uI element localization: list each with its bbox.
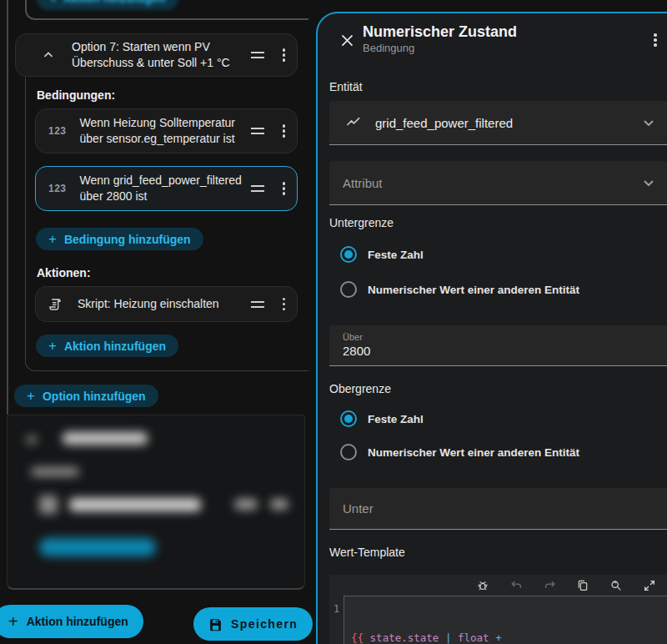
code-line-1: {{ state.state | float + — [351, 631, 664, 644]
radio-unselected-icon[interactable] — [340, 281, 357, 298]
undo-icon[interactable] — [505, 575, 527, 596]
save-floppy-icon — [208, 617, 223, 631]
add-action-button-cut[interactable]: + Aktion hinzufügen — [37, 0, 178, 10]
chevron-up-icon[interactable] — [38, 44, 59, 66]
upper-fixed-number-radio[interactable]: Feste Zahl — [340, 410, 424, 427]
lower-entity-value-radio[interactable]: Numerischer Wert einer anderen Entität — [340, 281, 579, 298]
add-condition-button[interactable]: + Bedingung hinzufügen — [36, 228, 203, 250]
entity-value: grid_feed_power_filtered — [375, 116, 513, 130]
option-7-header-card[interactable]: Option 7: Starten wenn PV Überschuss & u… — [15, 33, 298, 77]
redacted-text-bar — [69, 498, 201, 511]
condition-row-grid-feed-power[interactable]: 123 Wenn grid_feed_power_filtered über 2… — [35, 166, 298, 211]
redacted-chevron — [26, 435, 38, 444]
plus-icon: + — [27, 389, 35, 403]
script-icon — [44, 294, 66, 315]
entity-select[interactable]: grid_feed_power_filtered — [329, 101, 667, 145]
action-text: Skript: Heizung einschalten — [78, 296, 219, 312]
upper-entity-value-radio[interactable]: Numerischer Wert einer anderen Entität — [340, 444, 579, 460]
above-input[interactable]: Über 2800 — [329, 325, 667, 366]
chevron-down-icon — [644, 120, 654, 126]
numeric-state-dialog: Numerischer Zustand Bedingung Entität gr… — [316, 12, 667, 644]
kebab-menu-icon[interactable] — [283, 298, 286, 311]
find-replace-icon[interactable] — [605, 575, 627, 596]
condition-text: Wenn grid_feed_power_filtered über 2800 … — [80, 173, 242, 204]
editor-code[interactable]: {{ state.state | float + states("sensor.… — [344, 596, 667, 644]
redacted-icon — [39, 496, 58, 514]
plus-icon: + — [8, 612, 18, 631]
upper-limit-label: Obergrenze — [329, 382, 391, 395]
numeric-state-icon: 123 — [48, 125, 67, 137]
drag-handle-icon[interactable] — [251, 301, 264, 308]
add-action-button[interactable]: + Aktion hinzufügen — [36, 335, 178, 357]
below-input-placeholder: Unter — [343, 501, 374, 516]
redo-icon[interactable] — [539, 575, 560, 596]
redacted-blue-button — [39, 538, 156, 556]
automation-card-left-border — [7, 0, 8, 415]
editor-toolbar — [329, 575, 667, 596]
dialog-title: Numerischer Zustand — [363, 23, 517, 41]
dialog-kebab-menu-icon[interactable] — [654, 33, 657, 47]
below-input[interactable]: Unter — [329, 488, 667, 530]
copy-icon[interactable] — [572, 575, 594, 596]
editor-body[interactable]: 1 {{ state.state | float + states("senso… — [329, 596, 667, 644]
editor-line-number: 1 — [329, 596, 344, 644]
drag-handle-icon[interactable] — [251, 185, 264, 192]
numeric-state-icon: 123 — [48, 183, 67, 194]
redacted-chip — [234, 499, 258, 510]
plus-icon: + — [50, 0, 57, 5]
drag-handle-icon[interactable] — [251, 128, 264, 134]
above-input-value: 2800 — [343, 344, 667, 358]
attribute-select[interactable]: Attribut — [329, 161, 667, 205]
condition-text: Wenn Heizung Solltemperatur über sensor.… — [80, 115, 236, 147]
attribute-placeholder: Attribut — [343, 176, 383, 190]
radio-selected-icon[interactable] — [340, 246, 357, 263]
bottom-add-action-fab[interactable]: + Aktion hinzufügen — [0, 605, 143, 638]
plus-icon: + — [48, 339, 57, 353]
kebab-menu-icon[interactable] — [283, 48, 286, 62]
expand-icon[interactable] — [639, 575, 660, 596]
action-row-script[interactable]: Skript: Heizung einschalten — [35, 286, 298, 322]
value-template-label: Wert-Template — [329, 546, 405, 559]
radio-unselected-icon[interactable] — [340, 444, 357, 460]
add-action-cut-label: Aktion hinzufügen — [63, 0, 165, 5]
kebab-menu-icon[interactable] — [283, 182, 286, 195]
condition-row-solltemperatur[interactable]: 123 Wenn Heizung Solltemperatur über sen… — [35, 108, 298, 153]
kebab-menu-icon[interactable] — [283, 124, 286, 138]
radio-selected-icon[interactable] — [340, 410, 357, 427]
redacted-card — [7, 415, 305, 590]
option-title: Option 7: Starten wenn PV Überschuss & u… — [72, 39, 230, 71]
chart-line-icon — [343, 112, 364, 133]
save-button[interactable]: Speichern — [193, 607, 313, 641]
lower-limit-label: Untergrenze — [329, 216, 394, 229]
automation-editor-screen: + Aktion hinzufügen Option 7: Starten we… — [0, 0, 667, 644]
drag-handle-icon[interactable] — [251, 52, 264, 58]
lower-fixed-number-radio[interactable]: Feste Zahl — [340, 246, 424, 263]
conditions-heading: Bedingungen: — [37, 88, 115, 102]
template-code-editor[interactable]: 1 {{ state.state | float + states("senso… — [329, 575, 667, 644]
actions-heading: Aktionen: — [37, 266, 91, 279]
plus-icon: + — [48, 232, 57, 246]
chevron-down-icon — [644, 180, 654, 186]
above-input-label: Über — [343, 332, 667, 342]
dialog-subtitle: Bedingung — [363, 42, 414, 54]
close-icon[interactable] — [336, 29, 358, 51]
redacted-chip — [270, 499, 288, 510]
entity-label: Entität — [329, 80, 363, 93]
bug-icon[interactable] — [472, 575, 494, 596]
add-option-button[interactable]: + Option hinzufügen — [14, 385, 158, 407]
redacted-subtext — [31, 467, 79, 476]
redacted-title — [63, 432, 148, 445]
